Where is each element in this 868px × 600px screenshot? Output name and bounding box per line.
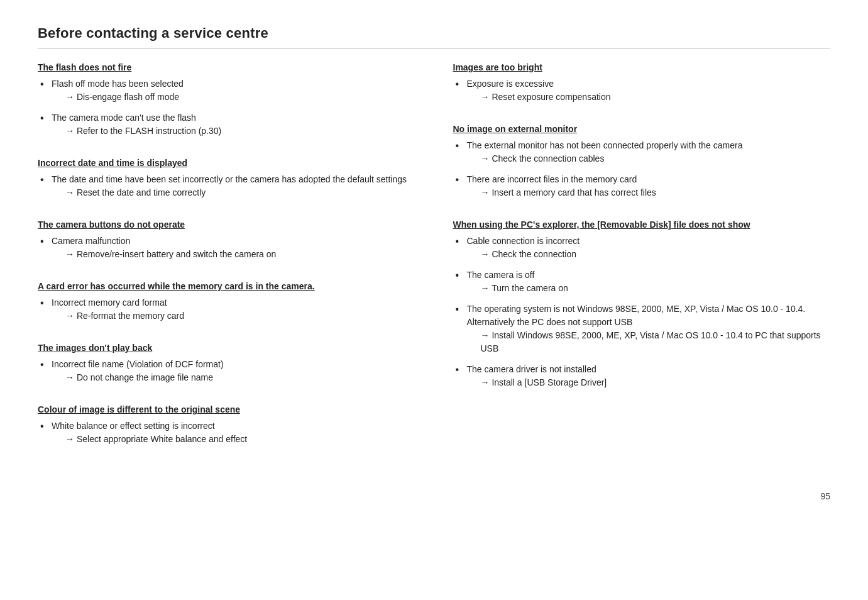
bullet-icon: • — [456, 363, 467, 377]
section-list-no-image-monitor: •The external monitor has not been conne… — [453, 139, 831, 204]
section-title-images-too-bright: Images are too bright — [453, 62, 831, 72]
list-item: •Flash off mode has been selectedDis-eng… — [38, 77, 415, 109]
list-item: •There are incorrect files in the memory… — [453, 173, 831, 204]
section-colour-different: Colour of image is different to the orig… — [38, 404, 415, 451]
arrow-item: Select appropriate White balance and eff… — [52, 433, 247, 446]
bullet-icon: • — [40, 419, 52, 433]
section-incorrect-date: Incorrect date and time is displayed•The… — [38, 158, 415, 204]
bullet-icon: • — [456, 269, 467, 282]
item-text: The date and time have been set incorrec… — [52, 174, 407, 184]
list-item: •Incorrect memory card formatRe-format t… — [38, 296, 415, 328]
list-item: •The camera is offTurn the camera on — [453, 269, 831, 300]
section-no-image-monitor: No image on external monitor•The externa… — [453, 124, 831, 204]
arrow-item: Install Windows 98SE, 2000, ME, XP, Vist… — [467, 329, 831, 355]
page-title: Before contacting a service centre — [38, 25, 830, 42]
arrow-item: Check the connection cables — [467, 152, 743, 165]
section-images-too-bright: Images are too bright•Exposure is excess… — [453, 62, 831, 109]
section-list-images-dont-play: •Incorrect file name (Violation of DCF f… — [38, 358, 415, 389]
section-title-no-image-monitor: No image on external monitor — [453, 124, 831, 134]
arrow-item: Check the connection — [467, 248, 580, 261]
left-column: The flash does not fire•Flash off mode h… — [38, 62, 415, 466]
bullet-icon: • — [40, 358, 52, 372]
section-removable-disk: When using the PC's explorer, the [Remov… — [453, 219, 831, 394]
section-images-dont-play: The images don't play back•Incorrect fil… — [38, 343, 415, 389]
section-flash-not-fire: The flash does not fire•Flash off mode h… — [38, 62, 415, 143]
section-title-flash-not-fire: The flash does not fire — [38, 62, 415, 72]
section-card-error: A card error has occurred while the memo… — [38, 281, 415, 328]
bullet-icon: • — [456, 77, 467, 91]
section-title-card-error: A card error has occurred while the memo… — [38, 281, 415, 291]
item-text: Cable connection is incorrect — [467, 236, 580, 246]
section-title-incorrect-date: Incorrect date and time is displayed — [38, 158, 415, 168]
section-list-images-too-bright: •Exposure is excessiveReset exposure com… — [453, 77, 831, 109]
arrow-item: Refer to the FLASH instruction (p.30) — [52, 125, 221, 138]
title-divider — [38, 48, 830, 48]
item-text: The camera mode can't use the flash — [52, 113, 196, 123]
item-text: White balance or effect setting is incor… — [52, 421, 215, 431]
item-text: The external monitor has not been connec… — [467, 140, 743, 150]
bullet-icon: • — [456, 173, 467, 187]
item-text: The operating system is not Windows 98SE… — [467, 304, 806, 327]
list-item: •The operating system is not Windows 98S… — [453, 303, 831, 360]
bullet-icon: • — [456, 303, 467, 316]
item-text: Incorrect memory card format — [52, 297, 167, 308]
list-item: •White balance or effect setting is inco… — [38, 419, 415, 451]
section-list-card-error: •Incorrect memory card formatRe-format t… — [38, 296, 415, 328]
arrow-item: Re-format the memory card — [52, 309, 184, 323]
page-number: 95 — [38, 491, 830, 501]
section-list-colour-different: •White balance or effect setting is inco… — [38, 419, 415, 451]
list-item: •The date and time have been set incorre… — [38, 173, 415, 204]
list-item: •The external monitor has not been conne… — [453, 139, 831, 170]
item-text: Exposure is excessive — [467, 79, 554, 89]
bullet-icon: • — [40, 111, 52, 125]
item-text: The camera driver is not installed — [467, 364, 596, 374]
item-text: The camera is off — [467, 270, 535, 280]
section-title-removable-disk: When using the PC's explorer, the [Remov… — [453, 219, 831, 230]
bullet-icon: • — [40, 173, 52, 187]
content-columns: The flash does not fire•Flash off mode h… — [38, 62, 830, 466]
arrow-item: Turn the camera on — [467, 282, 568, 295]
right-column: Images are too bright•Exposure is excess… — [453, 62, 831, 409]
bullet-icon: • — [40, 77, 52, 91]
arrow-item: Install a [USB Storage Driver] — [467, 376, 607, 389]
bullet-icon: • — [456, 139, 467, 153]
arrow-item: Insert a memory card that has correct fi… — [467, 186, 656, 199]
section-title-buttons-not-operate: The camera buttons do not operate — [38, 219, 415, 230]
item-text: Incorrect file name (Violation of DCF fo… — [52, 359, 224, 369]
list-item: •The camera mode can't use the flashRefe… — [38, 111, 415, 143]
list-item: •Exposure is excessiveReset exposure com… — [453, 77, 831, 109]
section-list-buttons-not-operate: •Camera malfunctionRemove/re-insert batt… — [38, 235, 415, 266]
arrow-item: Dis-engage flash off mode — [52, 91, 184, 104]
arrow-item: Reset exposure compensation — [467, 91, 611, 104]
bullet-icon: • — [40, 296, 52, 310]
section-list-removable-disk: •Cable connection is incorrectCheck the … — [453, 235, 831, 394]
item-text: Flash off mode has been selected — [52, 79, 184, 89]
section-title-colour-different: Colour of image is different to the orig… — [38, 404, 415, 414]
list-item: •Cable connection is incorrectCheck the … — [453, 235, 831, 266]
bullet-icon: • — [456, 235, 467, 248]
item-text: There are incorrect files in the memory … — [467, 174, 637, 184]
section-list-flash-not-fire: •Flash off mode has been selectedDis-eng… — [38, 77, 415, 143]
arrow-item: Remove/re-insert battery and switch the … — [52, 248, 276, 261]
item-text: Camera malfunction — [52, 236, 130, 246]
section-buttons-not-operate: The camera buttons do not operate•Camera… — [38, 219, 415, 266]
section-list-incorrect-date: •The date and time have been set incorre… — [38, 173, 415, 204]
section-title-images-dont-play: The images don't play back — [38, 343, 415, 353]
arrow-item: Reset the date and time correctly — [52, 186, 407, 199]
list-item: •Camera malfunctionRemove/re-insert batt… — [38, 235, 415, 266]
list-item: •The camera driver is not installedInsta… — [453, 363, 831, 394]
bullet-icon: • — [40, 235, 52, 248]
arrow-item: Do not change the image file name — [52, 371, 224, 384]
list-item: •Incorrect file name (Violation of DCF f… — [38, 358, 415, 389]
